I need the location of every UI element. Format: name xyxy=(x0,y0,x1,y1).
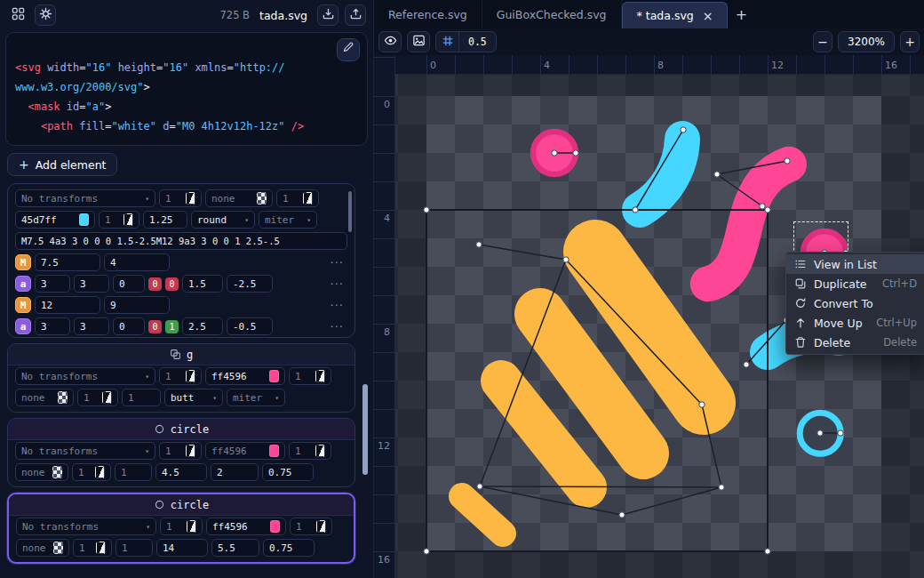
opacity-swatch[interactable] xyxy=(186,370,195,382)
code-editor[interactable]: <svg width="16" height="16" xmlns="http:… xyxy=(5,32,368,146)
dy-input[interactable]: -0.5 xyxy=(227,317,273,335)
menu-item-convert-to[interactable]: Convert To xyxy=(786,293,924,313)
fill-color-input[interactable]: ff4596 xyxy=(205,442,285,460)
opacity-swatch[interactable] xyxy=(186,192,195,205)
fill-opacity-input[interactable]: 1 xyxy=(290,518,332,535)
stroke-color-input[interactable]: 45d7ff xyxy=(15,211,95,229)
path-data-input[interactable]: M7.5 4a3 3 0 0 0 1.5-2.5M12 9a3 3 0 0 1 … xyxy=(15,232,347,250)
edit-code-button[interactable] xyxy=(337,38,360,61)
download-button[interactable] xyxy=(317,4,339,26)
y-input[interactable]: 4 xyxy=(104,253,170,271)
card-scrollbar-thumb[interactable] xyxy=(348,191,352,232)
stroke-width-input[interactable]: 1.25 xyxy=(143,211,187,229)
transforms-select[interactable]: No transforms▾ xyxy=(15,189,155,207)
canvas[interactable]: 0481216 0481216 View in ListDuplicateCtr… xyxy=(374,55,924,578)
element-header-circle[interactable]: circle xyxy=(9,494,354,516)
rx-input[interactable]: 3 xyxy=(35,317,70,335)
opacity-input[interactable]: 1 xyxy=(159,189,202,207)
ry-input[interactable]: 3 xyxy=(74,317,109,335)
stroke-width-input[interactable]: 1 xyxy=(116,539,153,557)
color-swatch[interactable] xyxy=(270,520,280,533)
row-menu-button[interactable]: ··· xyxy=(327,256,347,269)
dx-input[interactable]: 2.5 xyxy=(182,317,223,335)
fill-opacity-input[interactable]: 1 xyxy=(276,189,319,207)
tab-reference-svg[interactable]: Reference.svg xyxy=(374,0,482,28)
tab-guiboxchecked-svg[interactable]: GuiBoxChecked.svg xyxy=(482,0,622,28)
r-input[interactable]: 0.75 xyxy=(263,539,315,557)
row-menu-button[interactable]: ··· xyxy=(327,320,347,333)
none-swatch[interactable] xyxy=(58,391,68,404)
fill-opacity-input[interactable]: 1 xyxy=(289,442,331,460)
ry-input[interactable]: 3 xyxy=(74,275,109,293)
cx-input[interactable]: 14 xyxy=(156,539,208,557)
stroke-input[interactable]: none xyxy=(16,539,69,557)
new-tab-button[interactable]: + xyxy=(728,0,754,28)
zoom-in-button[interactable]: + xyxy=(900,31,920,52)
upload-button[interactable] xyxy=(345,4,366,26)
stroke-width-input[interactable]: 1 xyxy=(115,463,152,481)
linecap-select[interactable]: butt▾ xyxy=(164,389,223,406)
dx-input[interactable]: 1.5 xyxy=(182,275,223,293)
cx-input[interactable]: 4.5 xyxy=(155,463,207,481)
color-swatch[interactable] xyxy=(269,445,279,457)
snap-grid-button[interactable] xyxy=(436,32,459,52)
stroke-input[interactable]: none xyxy=(15,389,74,406)
transforms-select[interactable]: No transforms▾ xyxy=(16,518,156,535)
large-arc-flag[interactable]: 0 xyxy=(148,277,162,291)
element-header-circle[interactable]: circle xyxy=(8,419,354,440)
large-arc-flag[interactable]: 0 xyxy=(148,320,162,333)
linejoin-select[interactable]: miter▾ xyxy=(227,389,285,406)
settings-button[interactable] xyxy=(35,4,56,26)
zoom-level[interactable]: 3200% xyxy=(838,31,895,52)
opacity-input[interactable]: 1 xyxy=(159,442,202,460)
opacity-swatch[interactable] xyxy=(315,445,325,457)
row-menu-button[interactable]: ··· xyxy=(327,299,347,312)
stroke-width-input[interactable]: 1 xyxy=(122,389,161,406)
element-header-g[interactable]: g xyxy=(8,344,354,365)
sweep-flag[interactable]: 1 xyxy=(165,320,179,333)
menu-item-delete[interactable]: DeleteDelete xyxy=(786,333,924,352)
party-cone[interactable] xyxy=(462,252,704,534)
x-input[interactable]: 12 xyxy=(35,296,100,314)
opacity-swatch[interactable] xyxy=(95,466,105,478)
y-input[interactable]: 9 xyxy=(104,296,170,314)
opacity-swatch[interactable] xyxy=(315,370,325,382)
fill-input[interactable]: none xyxy=(205,189,273,207)
opacity-swatch[interactable] xyxy=(102,391,112,404)
add-element-button[interactable]: + Add element xyxy=(7,153,117,176)
stroke-opacity-input[interactable]: 1 xyxy=(99,211,139,229)
r-input[interactable]: 0.75 xyxy=(262,463,314,481)
cy-input[interactable]: 5.5 xyxy=(211,539,259,557)
opacity-swatch[interactable] xyxy=(187,520,196,533)
cy-input[interactable]: 2 xyxy=(211,463,259,481)
stroke-opacity-input[interactable]: 1 xyxy=(77,389,118,406)
stroke-opacity-input[interactable]: 1 xyxy=(72,463,111,481)
close-tab-icon[interactable]: × xyxy=(703,10,713,22)
dy-input[interactable]: -2.5 xyxy=(227,275,273,293)
opacity-swatch[interactable] xyxy=(303,192,313,205)
rx-input[interactable]: 3 xyxy=(35,275,70,293)
opacity-input[interactable]: 1 xyxy=(159,367,202,385)
pink-confetti-path[interactable] xyxy=(708,165,789,284)
fill-color-input[interactable]: ff4596 xyxy=(205,367,285,385)
scrollbar-thumb[interactable] xyxy=(362,384,368,475)
stroke-input[interactable]: none xyxy=(15,463,68,481)
fill-opacity-input[interactable]: 1 xyxy=(289,367,331,385)
none-swatch[interactable] xyxy=(257,192,267,205)
color-swatch[interactable] xyxy=(79,213,89,226)
apps-grid-button[interactable] xyxy=(7,4,28,26)
color-swatch[interactable] xyxy=(269,370,279,382)
stroke-opacity-input[interactable]: 1 xyxy=(73,539,112,557)
menu-item-duplicate[interactable]: DuplicateCtrl+D xyxy=(786,274,924,293)
transforms-select[interactable]: No transforms▾ xyxy=(15,442,155,460)
opacity-swatch[interactable] xyxy=(316,520,326,533)
none-swatch[interactable] xyxy=(53,542,63,554)
linejoin-select[interactable]: miter▾ xyxy=(259,211,317,229)
snap-value-input[interactable]: 0.5 xyxy=(459,32,496,52)
sweep-flag[interactable]: 0 xyxy=(165,277,179,291)
x-input[interactable]: 7.5 xyxy=(35,253,100,271)
opacity-swatch[interactable] xyxy=(96,542,106,554)
opacity-input[interactable]: 1 xyxy=(160,518,203,535)
none-swatch[interactable] xyxy=(52,466,62,478)
rotation-input[interactable]: 0 xyxy=(113,275,145,293)
